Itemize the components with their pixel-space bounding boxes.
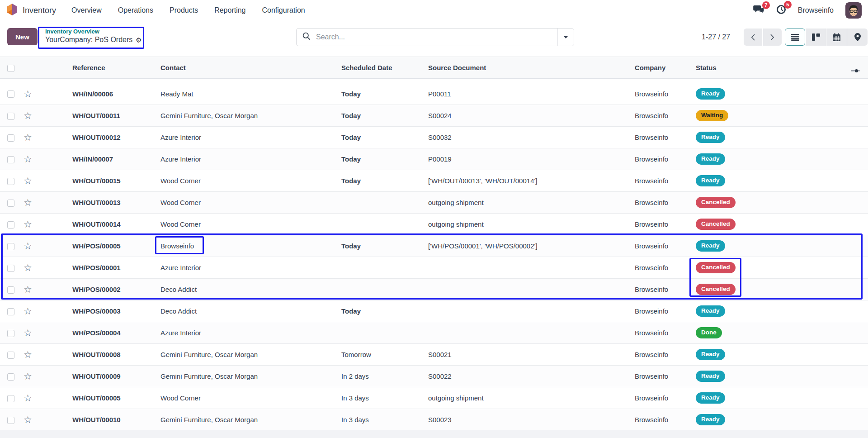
cell-reference: WH/POS/00004	[72, 322, 160, 344]
status-badge: Ready	[696, 132, 725, 143]
star-icon[interactable]: ☆	[24, 306, 32, 316]
row-checkbox[interactable]	[7, 330, 14, 337]
cell-scheduled-date	[341, 214, 428, 235]
row-checkbox[interactable]	[7, 352, 14, 359]
search-input[interactable]	[315, 33, 557, 42]
column-header-source-document[interactable]: Source Document	[428, 57, 635, 79]
cell-reference: WH/POS/00005	[72, 235, 160, 257]
row-checkbox[interactable]	[7, 265, 14, 272]
row-checkbox[interactable]	[7, 286, 14, 294]
star-icon[interactable]: ☆	[24, 262, 32, 273]
star-icon[interactable]: ☆	[24, 393, 32, 403]
action-gear-icon[interactable]: ⚙	[136, 37, 142, 43]
star-icon[interactable]: ☆	[24, 349, 32, 360]
table-row[interactable]: ☆WH/OUT/00015Wood CornerToday['WH/OUT/00…	[0, 170, 868, 192]
star-icon[interactable]: ☆	[24, 284, 32, 295]
table-row[interactable]: ☆WH/OUT/00014Wood Corneroutgoing shipmen…	[0, 214, 868, 235]
menu-reporting[interactable]: Reporting	[214, 6, 245, 14]
view-calendar-button[interactable]	[826, 29, 847, 46]
star-icon[interactable]: ☆	[24, 371, 32, 381]
cell-reference: WH/OUT/00013	[72, 192, 160, 214]
column-header-reference[interactable]: Reference	[72, 57, 160, 79]
cell-source-document: outgoing shipment	[428, 192, 635, 214]
table-row[interactable]: ☆WH/IN/00007Azure InteriorTodayP00019Bro…	[0, 148, 868, 170]
table-row[interactable]: ☆WH/OUT/00011Gemini Furniture, Oscar Mor…	[0, 105, 868, 127]
table-row[interactable]: ☆WH/POS/00002Deco AddictBrowseinfoCancel…	[0, 279, 868, 300]
star-icon[interactable]: ☆	[24, 219, 32, 229]
row-checkbox[interactable]	[7, 90, 14, 98]
column-header-scheduled-date[interactable]: Scheduled Date	[341, 57, 428, 79]
search-filters-dropdown-toggle[interactable]	[557, 29, 574, 46]
pager-previous-button[interactable]	[744, 29, 762, 46]
table-row[interactable]: ☆WH/IN/00006Ready MatTodayP00011Browsein…	[0, 83, 868, 105]
star-icon[interactable]: ☆	[24, 89, 32, 99]
row-checkbox[interactable]	[7, 373, 14, 381]
table-row[interactable]: ☆WH/POS/00004Azure InteriorBrowseinfoDon…	[0, 322, 868, 344]
app-switcher[interactable]: Inventory	[6, 3, 56, 18]
user-menu[interactable]: Browseinfo	[798, 6, 834, 14]
cell-status: Cancelled	[696, 279, 800, 300]
cell-status: Cancelled	[696, 214, 800, 235]
table-row[interactable]: ☆WH/POS/00001Azure InteriorBrowseinfoCan…	[0, 257, 868, 279]
chevron-left-icon	[751, 34, 755, 41]
view-kanban-button[interactable]	[806, 29, 826, 46]
cell-source-document: S00032	[428, 127, 635, 148]
pager-buttons	[744, 29, 782, 46]
row-checkbox[interactable]	[7, 221, 14, 229]
new-button[interactable]: New	[7, 28, 38, 45]
menu-configuration[interactable]: Configuration	[262, 6, 305, 14]
star-icon[interactable]: ☆	[24, 328, 32, 338]
row-checkbox[interactable]	[7, 243, 14, 250]
cell-reference: WH/OUT/00015	[72, 170, 160, 192]
star-icon[interactable]: ☆	[24, 110, 32, 121]
row-checkbox[interactable]	[7, 156, 14, 163]
pager-next-button[interactable]	[763, 29, 782, 46]
row-checkbox[interactable]	[7, 395, 14, 402]
column-header-company[interactable]: Company	[635, 57, 696, 79]
star-icon[interactable]: ☆	[24, 414, 32, 425]
star-icon[interactable]: ☆	[24, 154, 32, 164]
menu-overview[interactable]: Overview	[71, 6, 102, 14]
cell-status: Ready	[696, 127, 800, 148]
table-row[interactable]: ☆WH/POS/00005BrowseinfoToday['WH/POS/000…	[0, 235, 868, 257]
view-map-button[interactable]	[847, 29, 868, 46]
cell-contact: Gemini Furniture, Oscar Morgan	[160, 409, 341, 431]
star-icon[interactable]: ☆	[24, 241, 32, 251]
star-icon[interactable]: ☆	[24, 197, 32, 208]
status-badge: Cancelled	[696, 197, 736, 208]
cell-company: Browseinfo	[635, 235, 696, 257]
table-row[interactable]: ☆WH/POS/00003Deco AddictTodayBrowseinfoR…	[0, 300, 868, 322]
select-all-checkbox[interactable]	[7, 65, 14, 72]
cell-status: Ready	[696, 148, 800, 170]
breadcrumb-parent-link[interactable]: Inventory Overview	[45, 28, 142, 35]
table-row[interactable]: ☆WH/OUT/00010Gemini Furniture, Oscar Mor…	[0, 409, 868, 431]
column-header-status[interactable]: Status	[696, 57, 800, 79]
status-badge: Waiting	[696, 110, 728, 121]
row-checkbox[interactable]	[7, 113, 14, 120]
row-checkbox[interactable]	[7, 200, 14, 207]
table-row[interactable]: ☆WH/OUT/00005Wood CornerIn 3 daysoutgoin…	[0, 387, 868, 409]
view-switcher	[785, 29, 868, 46]
activities-button[interactable]: 5	[776, 5, 786, 16]
row-checkbox[interactable]	[7, 178, 14, 185]
table-row[interactable]: ☆WH/OUT/00008Gemini Furniture, Oscar Mor…	[0, 344, 868, 366]
user-avatar[interactable]	[845, 2, 862, 19]
star-icon[interactable]: ☆	[24, 132, 32, 143]
row-checkbox[interactable]	[7, 134, 14, 142]
row-checkbox[interactable]	[7, 417, 14, 424]
optional-columns-slider-icon[interactable]	[851, 67, 860, 75]
cell-scheduled-date: Today	[341, 300, 428, 322]
row-checkbox[interactable]	[7, 308, 14, 315]
table-row[interactable]: ☆WH/OUT/00013Wood Corneroutgoing shipmen…	[0, 192, 868, 214]
view-list-button[interactable]	[785, 29, 805, 46]
table-row[interactable]: ☆WH/OUT/00012Azure InteriorTodayS00032Br…	[0, 127, 868, 148]
column-header-contact[interactable]: Contact	[160, 57, 341, 79]
cell-scheduled-date: In 3 days	[341, 387, 428, 409]
table-row[interactable]: ☆WH/OUT/00009Gemini Furniture, Oscar Mor…	[0, 366, 868, 387]
star-icon[interactable]: ☆	[24, 176, 32, 186]
menu-products[interactable]: Products	[170, 6, 198, 14]
messages-button[interactable]: 7	[753, 5, 764, 16]
menu-operations[interactable]: Operations	[118, 6, 153, 14]
caret-down-icon	[563, 36, 568, 39]
cell-status: Ready	[696, 170, 800, 192]
